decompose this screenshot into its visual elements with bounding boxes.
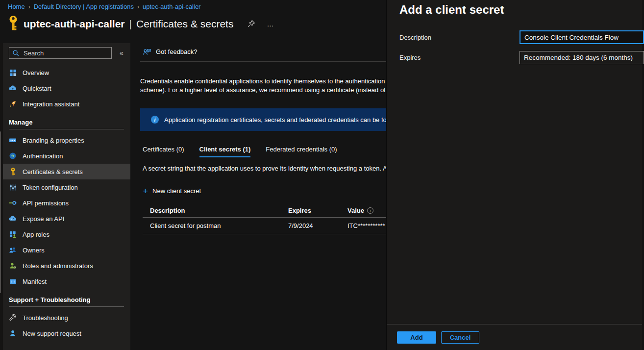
sidebar-item-label: New support request [23, 330, 81, 337]
info-icon: i [151, 116, 159, 124]
more-options-button[interactable]: … [266, 20, 274, 28]
column-header-description: Description [143, 207, 281, 214]
sidebar-item-label: App roles [23, 231, 50, 238]
panel-footer: Add Cancel [387, 324, 642, 350]
sidebar-item-overview[interactable]: Overview [3, 65, 130, 80]
divider [140, 61, 386, 62]
sidebar-item-label: Owners [23, 247, 45, 254]
sidebar-scrollbar[interactable] [0, 131, 1, 293]
info-banner-text: Application registration certificates, s… [164, 116, 386, 124]
column-header-expires: Expires [281, 207, 340, 214]
feedback-icon [143, 48, 151, 56]
page-title-row: uptec-auth-api-caller | Certificates & s… [8, 15, 274, 32]
new-client-secret-label: New client secret [152, 187, 201, 195]
sidebar-item-label: Branding & properties [23, 137, 84, 144]
sidebar-item-token-configuration[interactable]: Token configuration [3, 179, 130, 195]
plus-icon: + [143, 186, 148, 196]
sidebar-item-label: Quickstart [23, 85, 51, 92]
expires-select[interactable]: Recommended: 180 days (6 months) [520, 51, 644, 64]
sidebar-item-label: Expose an API [23, 215, 64, 223]
sidebar: « Overview Quickstart [3, 43, 130, 350]
secret-value-cell: ITC*********** [340, 222, 386, 229]
sidebar-item-integration-assistant[interactable]: Integration assistant [3, 96, 130, 112]
integration-assistant-icon [9, 100, 17, 108]
divider [9, 129, 124, 129]
troubleshooting-icon [9, 314, 17, 322]
sidebar-item-manifest[interactable]: Manifest [3, 274, 130, 289]
panel-title: Add a client secret [399, 3, 504, 17]
got-feedback-button[interactable]: Got feedback? [143, 48, 386, 56]
new-client-secret-button[interactable]: + New client secret [143, 186, 201, 196]
api-permissions-icon [9, 199, 17, 207]
tab-certificates[interactable]: Certificates (0) [143, 146, 184, 157]
breadcrumb-app-registrations-link[interactable]: Default Directory | App registrations [34, 3, 134, 10]
key-icon [8, 15, 19, 32]
overview-icon [9, 69, 17, 76]
sidebar-item-owners[interactable]: Owners [3, 242, 130, 258]
secret-description-cell: Client secret for postman [143, 222, 281, 229]
sidebar-item-roles-administrators[interactable]: Roles and administrators [3, 258, 130, 274]
column-header-value: Value i [340, 207, 386, 214]
sidebar-item-quickstart[interactable]: Quickstart [3, 80, 130, 96]
quickstart-icon [9, 84, 17, 92]
sidebar-item-branding-properties[interactable]: Branding & properties [3, 132, 130, 148]
sidebar-section-manage: Manage [3, 119, 130, 126]
sidebar-item-api-permissions[interactable]: API permissions [3, 195, 130, 211]
sidebar-item-certificates-secrets[interactable]: Certificates & secrets [3, 164, 130, 179]
breadcrumb-home-link[interactable]: Home [8, 3, 25, 10]
sidebar-item-expose-an-api[interactable]: Expose an API [3, 211, 130, 226]
table-header-row: Description Expires Value i [143, 204, 386, 218]
main-content: Got feedback? Credentials enable confide… [140, 43, 386, 350]
sidebar-item-new-support-request[interactable]: New support request [3, 325, 130, 341]
sidebar-item-label: API permissions [23, 200, 69, 207]
description-input[interactable] [520, 30, 644, 44]
value-info-icon: i [367, 207, 373, 214]
manifest-icon [9, 277, 17, 285]
divider [9, 306, 124, 307]
breadcrumb: Home › Default Directory | App registrat… [8, 3, 200, 10]
expose-api-icon [9, 215, 17, 223]
pin-button[interactable] [246, 18, 257, 30]
roles-admins-icon [9, 262, 17, 270]
info-banner: i Application registration certificates,… [140, 108, 386, 131]
table-row: Client secret for postman 7/9/2024 ITC**… [143, 218, 386, 234]
certificates-icon [9, 168, 17, 175]
collapse-sidebar-button[interactable]: « [118, 48, 125, 58]
tab-client-secrets[interactable]: Client secrets (1) [199, 146, 251, 157]
client-secrets-description: A secret string that the application use… [143, 165, 386, 172]
page-name: Certificates & secrets [136, 18, 233, 30]
pin-icon [247, 19, 256, 28]
sidebar-item-label: Certificates & secrets [23, 168, 83, 175]
owners-icon [9, 246, 17, 254]
sidebar-item-label: Token configuration [23, 184, 78, 191]
token-configuration-icon [9, 183, 17, 191]
sidebar-section-support: Support + Troubleshooting [3, 296, 130, 303]
cancel-button[interactable]: Cancel [441, 331, 479, 344]
title-divider: | [129, 18, 132, 30]
tab-federated-credentials[interactable]: Federated credentials (0) [266, 146, 337, 157]
sidebar-item-troubleshooting[interactable]: Troubleshooting [3, 310, 130, 325]
app-name: uptec-auth-api-caller [24, 18, 125, 30]
app-roles-icon [9, 230, 17, 238]
support-request-icon [9, 329, 17, 337]
search-input[interactable] [23, 49, 108, 57]
credentials-intro: Credentials enable confidential applicat… [140, 77, 386, 94]
secret-expires-cell: 7/9/2024 [281, 222, 340, 229]
chevron-right-icon: › [28, 3, 30, 10]
description-label: Description [399, 34, 520, 41]
sidebar-item-app-roles[interactable]: App roles [3, 226, 130, 242]
sidebar-item-label: Troubleshooting [23, 314, 68, 322]
tab-bar: Certificates (0) Client secrets (1) Fede… [143, 146, 386, 157]
add-button[interactable]: Add [397, 331, 436, 344]
ellipsis-icon: … [267, 20, 273, 28]
sidebar-item-authentication[interactable]: Authentication [3, 148, 130, 164]
feedback-label: Got feedback? [156, 48, 198, 55]
chevron-right-icon: › [137, 3, 139, 10]
sidebar-item-label: Manifest [23, 278, 47, 285]
page-title: uptec-auth-api-caller | Certificates & s… [24, 18, 233, 30]
sidebar-item-label: Integration assistant [23, 100, 79, 108]
expires-label: Expires [399, 54, 520, 61]
sidebar-item-label: Roles and administrators [23, 262, 93, 270]
add-client-secret-panel: Add a client secret Description Expires … [386, 0, 642, 350]
breadcrumb-current-app-link[interactable]: uptec-auth-api-caller [143, 3, 201, 10]
